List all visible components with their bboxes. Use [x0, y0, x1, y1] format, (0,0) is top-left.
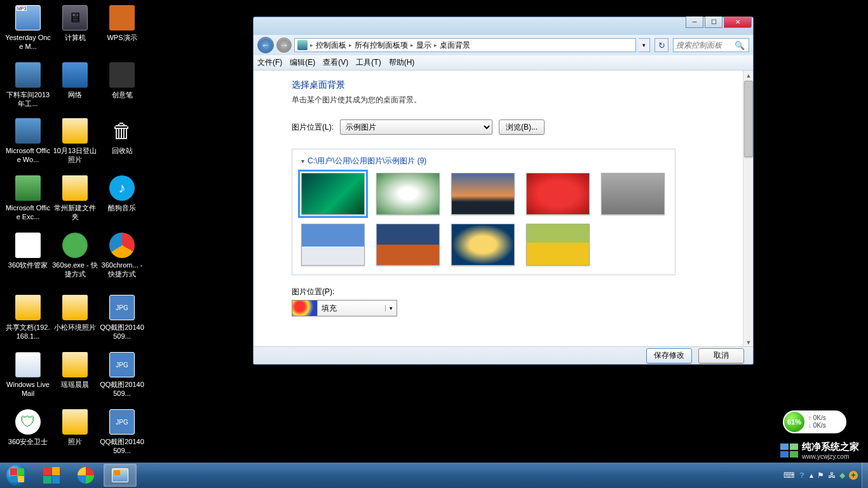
save-button[interactable]: 保存修改 — [646, 348, 692, 363]
menu-view[interactable]: 查看(V) — [323, 57, 348, 68]
desktop-icon[interactable]: JPGQQ截图20140509... — [99, 295, 145, 341]
desktop-icon[interactable]: JPGQQ截图20140509... — [99, 409, 145, 455]
desktop-icon[interactable]: Microsoft Office Wo... — [5, 118, 51, 164]
icon-label: QQ截图20140509... — [99, 380, 145, 398]
desktop-icon[interactable]: 照片 — [52, 409, 98, 446]
wallpaper-thumb-6[interactable] — [301, 224, 365, 266]
desktop-icon[interactable]: 创意笔 — [99, 62, 145, 99]
menu-help[interactable]: 帮助(H) — [389, 57, 415, 68]
tray-overflow-icon[interactable]: ▴ — [810, 471, 813, 480]
security-icon[interactable]: ◆ — [839, 471, 845, 480]
network-icon[interactable]: 🖧 — [828, 471, 836, 480]
close-button[interactable]: ✕ — [724, 17, 752, 28]
position-label: 图片位置(P): — [292, 287, 730, 297]
desktop-icon[interactable]: 常州新建文件夹 — [52, 175, 98, 221]
app-icon — [62, 352, 88, 377]
location-label: 图片位置(L): — [292, 122, 334, 133]
desktop-icon[interactable]: 360软件管家 — [5, 233, 51, 269]
app-icon — [15, 295, 41, 320]
wallpaper-thumb-1[interactable] — [301, 173, 365, 215]
wallpaper-thumb-7[interactable] — [376, 224, 440, 266]
desktop-icon[interactable]: Yesterday Once M... — [5, 5, 51, 51]
help-icon[interactable]: ？ — [798, 470, 806, 481]
maximize-button[interactable]: ☐ — [705, 17, 722, 28]
wallpaper-thumb-2[interactable] — [376, 173, 440, 215]
breadcrumb-bar[interactable]: ▸ 控制面板 ▸ 所有控制面板项 ▸ 显示 ▸ 桌面背景 — [294, 38, 636, 52]
taskbar-pinwheel-app[interactable] — [69, 464, 102, 487]
desktop-icon[interactable]: 下料车间2013年工... — [5, 62, 51, 108]
search-box[interactable]: 🔍 — [673, 38, 749, 52]
crumb-all-items[interactable]: 所有控制面板项 — [355, 40, 408, 51]
icon-label: 360se.exe - 快捷方式 — [52, 261, 98, 278]
desktop-icon[interactable]: 🖥计算机 — [52, 5, 98, 42]
location-select[interactable]: 示例图片 — [340, 119, 492, 135]
scroll-thumb[interactable] — [744, 81, 753, 157]
crumb-background[interactable]: 桌面背景 — [440, 40, 470, 51]
desktop-icon[interactable]: 网络 — [52, 62, 98, 99]
add-icon[interactable]: + — [849, 471, 858, 480]
search-icon[interactable]: 🔍 — [735, 41, 745, 50]
wallpaper-thumb-5[interactable] — [601, 173, 665, 215]
icon-label: 网络 — [52, 90, 98, 99]
menu-tools[interactable]: 工具(T) — [356, 57, 381, 68]
watermark-logo-icon — [780, 444, 798, 458]
scrollbar[interactable]: ▲ ▼ — [743, 71, 753, 348]
icon-label: QQ截图20140509... — [99, 323, 145, 341]
desktop-icon[interactable]: 10月13日登山照片 — [52, 118, 98, 164]
wallpaper-thumb-3[interactable] — [451, 173, 515, 215]
cancel-button[interactable]: 取消 — [698, 348, 744, 363]
system-tray: ⌨ ？ ▴ ⚑ 🖧 ◆ + — [783, 463, 868, 488]
desktop-icon[interactable]: 小松环境照片 — [52, 295, 98, 332]
icon-label: 360软件管家 — [5, 261, 51, 269]
minimize-button[interactable]: ─ — [686, 17, 703, 28]
memory-usage-ball[interactable]: 61% — [784, 412, 804, 432]
desktop-icon[interactable]: 🗑回收站 — [99, 118, 145, 155]
desktop-icon[interactable]: WPS演示 — [99, 5, 145, 42]
desktop-icon[interactable]: 瑶瑶晨晨 — [52, 352, 98, 389]
desktop-icon[interactable]: JPGQQ截图20140509... — [99, 352, 145, 398]
app-icon — [109, 62, 135, 88]
crumb-control-panel[interactable]: 控制面板 — [316, 40, 346, 51]
desktop-icon[interactable]: ♪酷狗音乐 — [99, 175, 145, 212]
chevron-down-icon: ▾ — [385, 305, 397, 311]
desktop-icon[interactable]: 共享文档(192.168.1... — [5, 295, 51, 341]
wallpaper-thumb-8[interactable] — [451, 224, 515, 266]
wallpaper-thumb-4[interactable] — [526, 173, 590, 215]
desktop-icon[interactable]: 360安全卫士 — [5, 409, 51, 446]
forward-button[interactable]: → — [276, 37, 292, 53]
menu-edit[interactable]: 编辑(E) — [290, 57, 315, 68]
show-desktop-button[interactable] — [862, 463, 868, 488]
wallpaper-thumb-9[interactable] — [526, 224, 590, 266]
app-icon: 🖥 — [62, 5, 88, 30]
menu-file[interactable]: 文件(F) — [257, 57, 282, 68]
position-select[interactable]: 填充 ▾ — [292, 300, 397, 316]
app-icon: JPG — [109, 295, 135, 320]
back-button[interactable]: ← — [257, 37, 274, 53]
crumb-display[interactable]: 显示 — [416, 40, 431, 51]
app-icon: JPG — [109, 409, 135, 435]
desktop-icon[interactable]: 360se.exe - 快捷方式 — [52, 233, 98, 278]
desktop-icon[interactable]: Windows Live Mail — [5, 352, 51, 398]
taskbar-control-panel[interactable] — [104, 464, 137, 487]
search-input[interactable] — [676, 41, 735, 50]
browse-button[interactable]: 浏览(B)... — [499, 119, 545, 135]
app-icon: JPG — [109, 352, 135, 377]
content-area: 选择桌面背景 单击某个图片使其成为您的桌面背景。 图片位置(L): 示例图片 浏… — [254, 71, 743, 348]
folder-path-link[interactable]: C:\用户\公用\公用图片\示例图片 (9) — [301, 156, 666, 166]
address-dropdown[interactable]: ▾ — [639, 38, 650, 52]
network-speed-widget[interactable]: 61% 0K/s 0K/s — [783, 410, 846, 433]
icon-label: 小松环境照片 — [52, 323, 98, 332]
icon-label: QQ截图20140509... — [99, 437, 145, 455]
start-button[interactable] — [0, 463, 34, 488]
refresh-button[interactable]: ↻ — [654, 38, 668, 52]
scroll-up[interactable]: ▲ — [743, 71, 754, 81]
titlebar[interactable]: ─ ☐ ✕ — [254, 17, 753, 35]
app-icon — [62, 295, 88, 320]
watermark-url: www.ycwjzy.com — [802, 453, 859, 460]
desktop-icon[interactable]: 360chrom... - 快捷方式 — [99, 233, 145, 278]
action-center-icon[interactable]: ⚑ — [817, 471, 824, 480]
keyboard-icon[interactable]: ⌨ — [783, 471, 794, 480]
taskbar-360-manager[interactable] — [35, 464, 68, 487]
desktop-icon[interactable]: Microsoft Office Exc... — [5, 175, 51, 221]
upload-speed: 0K/s — [808, 414, 826, 422]
